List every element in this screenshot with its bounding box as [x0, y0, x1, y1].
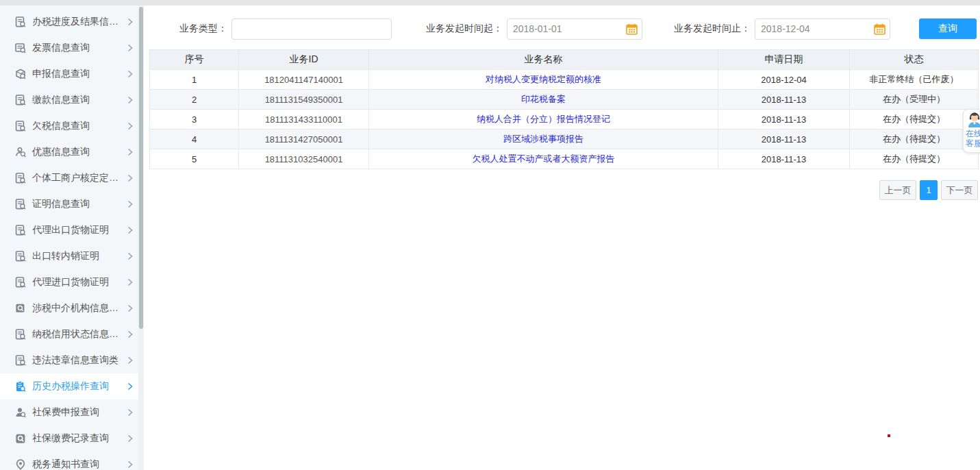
sidebar-item-label: 涉税中介机构信息查询	[32, 302, 127, 314]
customer-service-label-line1: 在线	[966, 129, 980, 138]
doc-search-icon	[15, 277, 27, 288]
cell-business-name: 欠税人处置不动产或者大额资产报告	[369, 149, 718, 169]
chevron-right-icon	[127, 174, 133, 182]
sidebar-item[interactable]: 代理出口货物证明	[0, 217, 138, 243]
sidebar-item[interactable]: 社保缴费记录查询	[0, 425, 138, 452]
sidebar-item[interactable]: 违法违章信息查询类	[0, 347, 138, 373]
chevron-right-icon	[127, 252, 133, 260]
doc-search-icon	[15, 355, 27, 367]
invoice-search-icon	[15, 42, 27, 54]
sidebar-item-label: 申报信息查询	[32, 68, 90, 80]
cell-apply-date: 2018-11-13	[718, 149, 850, 169]
end-date-input[interactable]	[755, 18, 890, 40]
chevron-right-icon	[127, 304, 133, 312]
chevron-right-icon	[127, 434, 133, 443]
business-type-label: 业务类型：	[179, 23, 227, 35]
cell-index: 5	[150, 149, 239, 169]
red-artifact-dot	[888, 434, 890, 437]
main-content: 业务类型： 业务发起时间起： 业务发起时间止：	[144, 5, 980, 470]
sidebar-item-label: 税务通知书查询	[32, 458, 99, 470]
chevron-right-icon	[127, 96, 133, 104]
prev-page-button[interactable]: 上一页	[879, 180, 916, 200]
sidebar-item-label: 历史办税操作查询	[32, 380, 109, 393]
business-name-link[interactable]: 印花税备案	[521, 94, 566, 104]
next-page-button[interactable]: 下一页	[941, 180, 978, 200]
cell-index: 3	[150, 110, 239, 129]
cell-apply-date: 2018-11-13	[718, 129, 850, 149]
person-badge-search-icon	[15, 147, 27, 158]
pin-icon	[15, 459, 27, 470]
sidebar-item[interactable]: 办税进度及结果信息查询	[0, 9, 138, 35]
doc-search-icon	[15, 121, 27, 132]
results-table: 序号 业务ID 业务名称 申请日期 状态 11812041147140001对纳…	[149, 49, 979, 169]
sidebar-scrollbar-track[interactable]	[138, 5, 144, 470]
customer-service-avatar	[966, 111, 980, 129]
chevron-right-icon	[127, 460, 133, 469]
sidebar-item[interactable]: 涉税中介机构信息查询	[0, 295, 138, 321]
cell-business-id: 1812041147140001	[239, 70, 369, 90]
start-date-input[interactable]	[507, 18, 642, 40]
current-page-button[interactable]: 1	[920, 180, 938, 200]
query-button[interactable]: 查询	[919, 18, 977, 39]
sidebar-item-label: 发票信息查询	[32, 42, 90, 54]
sidebar-item[interactable]: 出口转内销证明	[0, 243, 138, 269]
sidebar-item[interactable]: 申报信息查询	[0, 61, 138, 87]
person-search-icon	[15, 407, 27, 419]
cell-apply-date: 2018-12-04	[718, 70, 850, 90]
sidebar-item[interactable]: 纳税信用状态信息查询	[0, 321, 138, 347]
sidebar-item-label: 办税进度及结果信息查询	[32, 16, 127, 28]
filter-bar: 业务类型： 业务发起时间起： 业务发起时间止：	[144, 18, 980, 40]
calendar-icon[interactable]	[874, 23, 885, 35]
sidebar-item-label: 优惠信息查询	[32, 146, 90, 158]
doc-search-icon	[15, 16, 27, 28]
chevron-right-icon	[127, 408, 133, 417]
table-header-row: 序号 业务ID 业务名称 申请日期 状态	[150, 50, 979, 70]
cell-business-name: 跨区域涉税事项报告	[369, 129, 718, 149]
top-border-strip	[0, 0, 980, 5]
chevron-right-icon	[127, 356, 133, 364]
col-header-business-name: 业务名称	[369, 50, 718, 70]
sidebar-item-label: 欠税信息查询	[32, 120, 90, 132]
business-name-link[interactable]: 对纳税人变更纳税定额的核准	[486, 74, 601, 84]
sidebar-item[interactable]: 税务通知书查询	[0, 452, 138, 470]
business-name-link[interactable]: 跨区域涉税事项报告	[503, 134, 583, 144]
calendar-icon[interactable]	[626, 23, 638, 35]
cell-business-id: 1811131433110001	[239, 110, 369, 129]
sidebar-item[interactable]: 优惠信息查询	[0, 139, 138, 165]
cell-apply-date: 2018-11-13	[718, 110, 850, 129]
online-customer-service-widget[interactable]: 在线 客服	[963, 109, 980, 153]
chevron-right-icon	[127, 148, 133, 156]
square-magnifier-icon	[15, 433, 27, 445]
clipboard-search-icon	[15, 381, 27, 393]
doc-search-icon	[15, 251, 27, 262]
col-header-status: 状态	[850, 50, 979, 70]
sidebar-item-label: 证明信息查询	[32, 198, 90, 210]
sidebar-item-label: 代理进口货物证明	[32, 276, 109, 288]
table-row: 51811131032540001欠税人处置不动产或者大额资产报告2018-11…	[150, 149, 979, 169]
business-type-input[interactable]	[231, 18, 392, 40]
business-name-link[interactable]: 欠税人处置不动产或者大额资产报告	[473, 153, 615, 164]
col-header-index: 序号	[150, 50, 239, 70]
sidebar-item-label: 代理出口货物证明	[32, 224, 109, 236]
cell-business-name: 纳税人合并（分立）报告情况登记	[369, 110, 718, 129]
chevron-right-icon	[127, 70, 133, 78]
chevron-right-icon	[127, 330, 133, 338]
chevron-right-icon	[127, 226, 133, 234]
sidebar-item[interactable]: 历史办税操作查询	[0, 373, 138, 399]
business-name-link[interactable]: 纳税人合并（分立）报告情况登记	[477, 114, 610, 124]
sidebar-item[interactable]: 代理进口货物证明	[0, 269, 138, 295]
end-date-label: 业务发起时间止：	[674, 23, 751, 35]
sidebar-item[interactable]: 欠税信息查询	[0, 113, 138, 139]
cell-index: 4	[150, 129, 239, 149]
sidebar-item[interactable]: 缴款信息查询	[0, 87, 138, 113]
sidebar-scrollbar-thumb[interactable]	[139, 7, 143, 329]
table-row: 21811131549350001印花税备案2018-11-13在办（受理中）	[150, 90, 979, 110]
sidebar-item[interactable]: 个体工商户核定定额信息查询	[0, 165, 138, 191]
cell-business-id: 1811131032540001	[239, 149, 369, 169]
sidebar-item[interactable]: 发票信息查询	[0, 35, 138, 61]
sidebar-item[interactable]: 社保费申报查询	[0, 399, 138, 425]
sidebar-item-label: 社保费申报查询	[32, 406, 99, 419]
table-row: 11812041147140001对纳税人变更纳税定额的核准2018-12-04…	[150, 70, 979, 90]
sidebar-item[interactable]: 证明信息查询	[0, 191, 138, 217]
box-search-icon	[15, 69, 27, 80]
